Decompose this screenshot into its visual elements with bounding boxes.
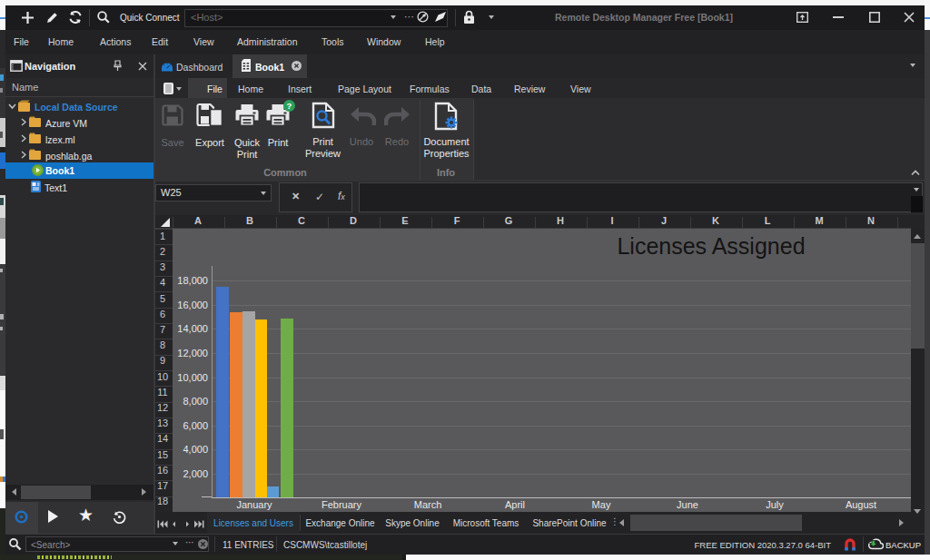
svg-text:?: ? bbox=[287, 101, 292, 111]
